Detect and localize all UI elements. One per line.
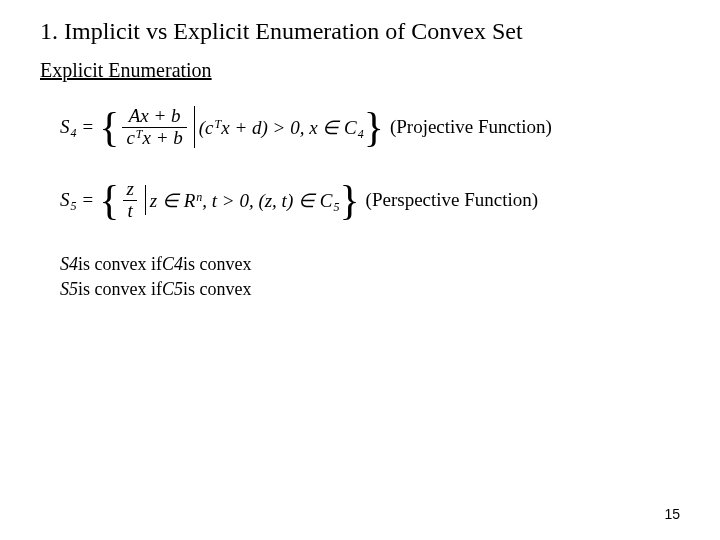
remark-s4: S4 is convex if C4 is convex [60,252,690,277]
brace-open: { [99,106,119,148]
s4-var: S [60,116,70,138]
eq-sign: = [83,189,94,211]
s4-frac-num: Ax + b [125,106,185,127]
equation-s5: S 5 = { z t z ∈ Rn, t > 0, (z, t) ∈ C5 }… [60,179,690,222]
brace-close: } [364,106,384,148]
page-number: 15 [664,506,680,522]
equation-s4: S 4 = { Ax + b cTx + b (cTx + d) > 0, x … [60,106,690,149]
brace-open: { [99,179,119,221]
remarks-block: S4 is convex if C4 is convex S5 is conve… [60,252,690,302]
s4-annotation: (Projective Function) [390,116,552,138]
set-cond-bar [194,106,195,148]
s4-fraction: Ax + b cTx + b [122,106,186,149]
set-cond-bar [145,185,146,215]
brace-close: } [339,179,359,221]
s5-sub: 5 [71,199,77,214]
eq-sign: = [83,116,94,138]
s5-var: S [60,189,70,211]
remark-s5: S5 is convex if C5 is convex [60,277,690,302]
slide-subtitle: Explicit Enumeration [40,59,690,82]
slide-title: 1. Implicit vs Explicit Enumeration of C… [40,18,690,45]
s4-sub: 4 [71,126,77,141]
s5-annotation: (Perspective Function) [366,189,539,211]
s5-frac-num: z [122,179,137,200]
s4-condition: (cTx + d) > 0, x ∈ C4 [199,116,364,139]
s5-frac-den: t [123,200,136,222]
s4-frac-den: cTx + b [122,127,186,149]
s5-condition: z ∈ Rn, t > 0, (z, t) ∈ C5 [150,189,340,212]
s5-fraction: z t [122,179,137,222]
